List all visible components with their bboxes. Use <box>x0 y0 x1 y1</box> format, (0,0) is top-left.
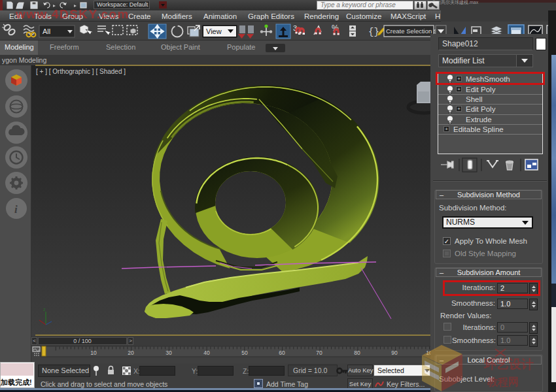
svg-text:All: All <box>43 27 50 35</box>
svg-text:40: 40 <box>203 350 210 356</box>
svg-text:环艺设计: 环艺设计 <box>483 357 534 371</box>
svg-text:80: 80 <box>354 350 360 356</box>
svg-text:教程网: 教程网 <box>487 376 519 387</box>
svg-text:60: 60 <box>279 350 285 356</box>
svg-text:View: View <box>206 27 222 35</box>
svg-text:i: i <box>14 203 18 216</box>
svg-text:30: 30 <box>165 350 172 356</box>
svg-text:50: 50 <box>241 350 248 356</box>
svg-text:90: 90 <box>391 350 398 356</box>
svg-text:z: z <box>43 307 46 312</box>
svg-text:20: 20 <box>128 350 134 356</box>
svg-text:10: 10 <box>90 350 97 356</box>
svg-text:70: 70 <box>316 350 322 356</box>
